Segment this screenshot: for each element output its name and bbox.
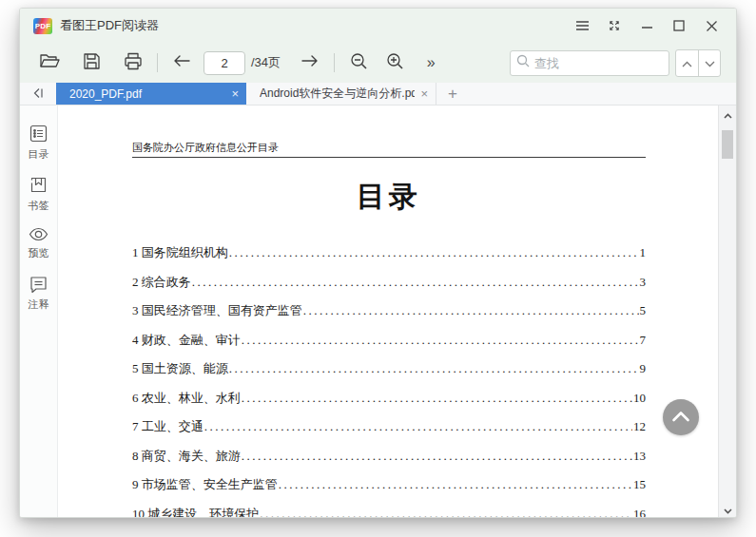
main-area: 目录 书签 预览 注释 国务院办公厅政府信息公开目录 目录 1 国务院组织机构.… — [20, 105, 736, 517]
toolbar-separator — [157, 53, 158, 72]
page-number-input[interactable] — [204, 51, 245, 75]
toc-entry-label: 7 工业、交通 — [132, 418, 204, 435]
sidebar-item-preview[interactable]: 预览 — [29, 227, 49, 259]
toc-dot-leader: ........................................… — [204, 419, 632, 434]
sidebar-item-label: 书签 — [29, 200, 49, 211]
chevron-up-icon — [671, 409, 690, 426]
folder-open-icon — [39, 52, 60, 73]
find-next-button[interactable] — [698, 50, 720, 76]
scroll-down-button[interactable] — [719, 501, 736, 517]
search-area — [510, 49, 721, 77]
app-logo-icon: PDF — [33, 18, 52, 34]
toc-entry-page: 13 — [633, 449, 646, 464]
tab-close-icon[interactable]: × — [231, 87, 239, 100]
zoom-out-button[interactable] — [344, 48, 373, 77]
sidebar-item-label: 预览 — [29, 247, 49, 259]
toc-dot-leader: ........................................… — [303, 303, 639, 318]
app-title: 看图王PDF阅读器 — [60, 17, 159, 34]
toc-dot-leader: ........................................… — [229, 361, 639, 376]
preview-icon — [29, 227, 48, 243]
toc-entry[interactable]: 5 国土资源、能源...............................… — [132, 355, 646, 384]
toc-entry-page: 5 — [640, 303, 647, 318]
vertical-scrollbar[interactable] — [718, 105, 736, 517]
close-window-button[interactable] — [700, 14, 723, 37]
toc-entry-page: 16 — [633, 507, 646, 517]
sidebar-item-bookmarks[interactable]: 书签 — [29, 176, 49, 211]
toc-entry-page: 1 — [640, 245, 647, 260]
toc-entry-line: 1 国务院组织机构...............................… — [132, 244, 646, 261]
toc-dot-leader: ........................................… — [242, 333, 639, 348]
toc-entry-label: 10 城乡建设、环境保护 — [132, 506, 259, 517]
screen: PDF 看图王PDF阅读器 — [0, 0, 756, 537]
print-button[interactable] — [119, 48, 147, 77]
toc-dot-leader: ........................................… — [279, 477, 632, 492]
zoom-out-icon — [350, 52, 368, 74]
zoom-in-icon — [386, 52, 404, 74]
tabs: 2020_PDF.pdf×Android软件安全与逆向分析.pdf× — [56, 83, 436, 105]
toc-entry-page: 9 — [640, 361, 647, 376]
toc-dot-leader: ........................................… — [242, 391, 632, 406]
toc-entry[interactable]: 7 工业、交通.................................… — [132, 412, 646, 442]
toc-entry-label: 8 商贸、海关、旅游 — [132, 448, 241, 465]
tab-close-icon[interactable]: × — [420, 87, 428, 100]
toc-entry-label: 4 财政、金融、审计 — [132, 332, 241, 349]
toc-entry[interactable]: 10 城乡建设、环境保护............................… — [132, 500, 646, 518]
tab-0[interactable]: 2020_PDF.pdf× — [56, 83, 246, 105]
toc-entry-line: 7 工业、交通.................................… — [132, 418, 646, 435]
tab-1[interactable]: Android软件安全与逆向分析.pdf× — [246, 83, 436, 105]
arrow-right-icon — [300, 54, 320, 71]
sidebar-item-label: 注释 — [29, 298, 49, 310]
save-button[interactable] — [77, 48, 106, 77]
maximize-icon — [673, 20, 685, 31]
tab-label: Android软件安全与逆向分析.pdf — [260, 86, 415, 102]
sidebar-item-label: 目录 — [29, 148, 49, 160]
toc-entry[interactable]: 1 国务院组织机构...............................… — [132, 239, 646, 268]
toc-entry[interactable]: 4 财政、金融、审计..............................… — [132, 326, 646, 355]
toc-entry[interactable]: 9 市场监管、安全生产监管...........................… — [132, 470, 646, 500]
maximize-button[interactable] — [668, 14, 690, 37]
toc-dot-leader: ........................................… — [192, 275, 639, 290]
window-controls — [571, 14, 723, 37]
search-input[interactable] — [534, 56, 663, 70]
page-total-label: /34页 — [251, 54, 281, 71]
scrollbar-thumb[interactable] — [722, 130, 733, 159]
new-tab-button[interactable]: + — [436, 83, 469, 105]
fullscreen-button[interactable] — [603, 14, 626, 37]
scroll-up-button[interactable] — [719, 105, 736, 122]
toc-entry[interactable]: 3 国民经济管理、国有资产监管.........................… — [132, 297, 646, 326]
toc-entry[interactable]: 6 农业、林业、水利..............................… — [132, 384, 646, 413]
open-file-button[interactable] — [35, 48, 64, 77]
toc-entry-line: 5 国土资源、能源...............................… — [132, 360, 646, 377]
toc-entry-label: 5 国土资源、能源 — [132, 360, 228, 377]
printer-icon — [124, 52, 143, 74]
search-icon — [516, 54, 530, 71]
back-to-top-button[interactable] — [663, 399, 699, 435]
more-tools-button[interactable]: » — [417, 48, 445, 77]
toc-entry[interactable]: 8 商贸、海关、旅游..............................… — [132, 442, 646, 471]
toc-entry-label: 1 国务院组织机构 — [132, 244, 228, 261]
toc-entry[interactable]: 2 综合政务..................................… — [132, 268, 646, 297]
toc-entry-line: 6 农业、林业、水利..............................… — [132, 390, 646, 407]
expand-arrows-icon — [608, 19, 621, 32]
menu-button[interactable] — [571, 14, 593, 37]
collapse-tabs-button[interactable] — [20, 83, 56, 105]
toc-entry-line: 3 国民经济管理、国有资产监管.........................… — [132, 302, 646, 319]
document-title: 目录 — [132, 178, 646, 217]
hamburger-menu-icon — [575, 20, 590, 31]
save-icon — [83, 52, 101, 74]
toolbar-separator — [334, 53, 335, 72]
previous-page-button[interactable] — [167, 48, 196, 77]
find-previous-button[interactable] — [676, 50, 698, 76]
app-window: PDF 看图王PDF阅读器 — [19, 8, 737, 518]
sidebar-item-annotations[interactable]: 注释 — [29, 276, 49, 310]
document-running-header: 国务院办公厅政府信息公开目录 — [132, 141, 279, 155]
minimize-button[interactable] — [635, 14, 658, 37]
toolbar: /34页 — [20, 43, 736, 83]
toc-icon — [29, 125, 48, 144]
next-page-button[interactable] — [296, 48, 324, 77]
toc-entry-line: 10 城乡建设、环境保护............................… — [132, 506, 646, 517]
zoom-in-button[interactable] — [380, 48, 409, 77]
scroll-up-icon — [724, 105, 732, 123]
chevron-up-icon — [682, 54, 692, 71]
sidebar-item-toc[interactable]: 目录 — [29, 125, 49, 160]
